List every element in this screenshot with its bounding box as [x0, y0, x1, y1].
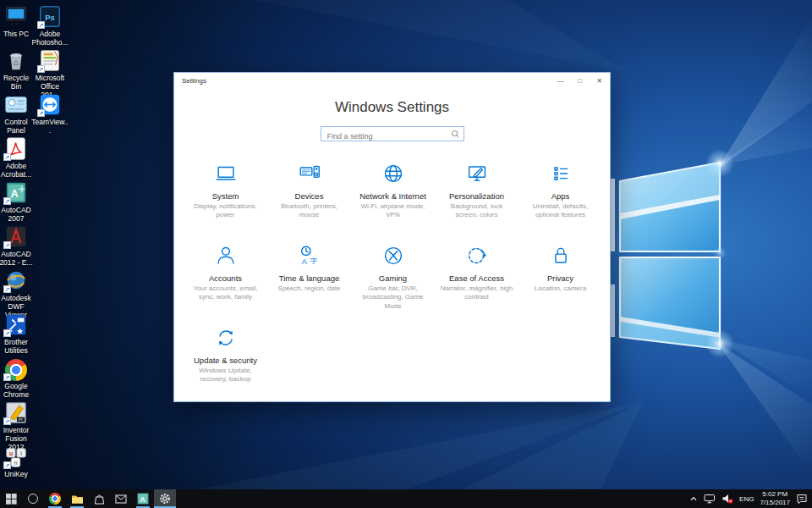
svg-text:Ps: Ps [45, 14, 54, 22]
xbox-icon [381, 238, 406, 268]
tile-ease-of-access[interactable]: Ease of Access Narrator, magnifier, high… [435, 238, 518, 320]
devices-icon [297, 156, 322, 186]
clock-time: 5:02 PM [762, 490, 787, 499]
minimize-button[interactable]: — [551, 73, 570, 89]
search-box [321, 126, 464, 141]
clock-language-icon: A字 [297, 238, 322, 268]
gear-icon [159, 493, 171, 505]
settings-tiles: System Display, notifications, power Dev… [184, 156, 602, 402]
page-title: Windows Settings [174, 99, 610, 116]
settings-window: Settings — □ ✕ Windows Settings System D… [173, 72, 611, 402]
person-icon [213, 238, 239, 268]
brother-utilities-icon [3, 313, 29, 337]
personalization-icon [464, 156, 490, 186]
tile-apps[interactable]: Apps Uninstall, defaults, optional featu… [518, 156, 602, 238]
this-pc-icon [3, 5, 29, 29]
windows-logo-icon [6, 494, 17, 505]
teamviewer-icon [37, 93, 63, 117]
apps-list-icon [548, 156, 573, 186]
shortcut-arrow-icon [3, 153, 11, 161]
tile-network-internet[interactable]: Network & Internet Wi-Fi, airplane mode,… [351, 156, 435, 238]
start-button[interactable] [0, 489, 22, 508]
taskbar-settings[interactable] [154, 489, 176, 508]
tile-update-security[interactable]: Update & security Windows Update, recove… [184, 320, 267, 402]
cortana-ring-icon [28, 494, 38, 504]
inventor-fusion-icon: FT [3, 401, 29, 425]
taskbar-autocad[interactable]: A [132, 489, 154, 508]
desktop-icon-recycle-bin[interactable]: Recycle Bin [0, 49, 35, 91]
svg-text:A: A [11, 188, 19, 200]
control-panel-icon [3, 93, 29, 117]
store-bag-icon [94, 494, 105, 505]
office-icon [37, 49, 63, 73]
desktop-icon-microsoft-office[interactable]: Microsoft Office 201... [31, 49, 69, 99]
mail-envelope-icon [115, 494, 127, 504]
tile-personalization[interactable]: Personalization Background, lock screen,… [435, 156, 518, 238]
tile-gaming[interactable]: Gaming Game bar, DVR, broadcasting, Game… [351, 238, 435, 320]
action-center-icon[interactable] [796, 494, 808, 505]
shortcut-arrow-icon [37, 21, 45, 29]
window-titlebar[interactable]: Settings — □ ✕ [174, 73, 610, 90]
taskbar-store[interactable] [88, 489, 110, 508]
autocad-icon: A [137, 493, 149, 505]
language-indicator[interactable]: ENG [739, 495, 754, 503]
desktop-icon-autocad-2012[interactable]: AutoCAD 2012 - E... [0, 225, 35, 268]
acrobat-icon [3, 137, 29, 161]
chrome-icon [49, 493, 61, 505]
folder-icon [71, 494, 84, 505]
recycle-bin-icon [3, 49, 29, 73]
lock-icon [548, 238, 573, 268]
desktop-icon-teamviewer[interactable]: TeamView... [31, 93, 69, 135]
search-input[interactable] [321, 130, 464, 143]
window-title: Settings [182, 77, 206, 85]
system-tray: ENG 5:02 PM 7/15/2017 [689, 489, 812, 508]
clock-date: 7/15/2017 [760, 499, 790, 507]
autocad-2012-icon [3, 225, 29, 249]
taskbar-file-explorer[interactable] [66, 489, 88, 508]
shortcut-arrow-icon [3, 417, 11, 425]
ease-of-access-icon [464, 238, 490, 268]
desktop-icon-unikey[interactable]: uin UniKey [0, 445, 35, 479]
desktop-icon-label: This PC [0, 30, 35, 39]
search-icon [451, 130, 460, 139]
clock[interactable]: 5:02 PM 7/15/2017 [760, 490, 790, 506]
autocad-2007-icon: A [3, 181, 29, 205]
taskbar-mail[interactable] [110, 489, 132, 508]
maximize-button[interactable]: □ [570, 73, 590, 89]
desktop-icon-control-panel[interactable]: Control Panel [0, 93, 35, 135]
laptop-icon [213, 156, 239, 186]
unikey-icon: uin [3, 445, 29, 469]
chrome-icon [3, 357, 29, 381]
photoshop-icon: Ps [37, 5, 63, 29]
desktop-icon-brother-utilities[interactable]: Brother Utilities [0, 313, 35, 356]
taskbar-chrome[interactable] [44, 489, 66, 508]
desktop: { "desktop_icons": [ {"name": "this-pc",… [0, 0, 812, 508]
tile-time-language[interactable]: A字 Time & language Speech, region, date [267, 238, 351, 320]
desktop-icon-google-chrome[interactable]: Google Chrome [0, 357, 35, 400]
svg-text:字: 字 [310, 257, 317, 265]
globe-icon [381, 156, 406, 186]
desktop-icon-adobe-acrobat[interactable]: Adobe Acrobat... [0, 137, 35, 179]
shortcut-arrow-icon [3, 329, 11, 337]
shortcut-arrow-icon [3, 197, 11, 205]
cortana-button[interactable] [22, 489, 44, 508]
desktop-icon-autocad-2007[interactable]: A AutoCAD 2007 [0, 181, 35, 224]
tile-privacy[interactable]: Privacy Location, camera [518, 238, 602, 320]
shortcut-arrow-icon [3, 285, 11, 293]
tray-chevron-up-icon[interactable] [689, 495, 698, 502]
volume-muted-icon[interactable] [721, 494, 733, 504]
tile-system[interactable]: System Display, notifications, power [184, 156, 267, 238]
dwf-viewer-icon [3, 269, 29, 293]
svg-text:A: A [140, 495, 145, 504]
tile-devices[interactable]: Devices Bluetooth, printers, mouse [267, 156, 351, 238]
desktop-icon-this-pc[interactable]: This PC [0, 5, 35, 39]
shortcut-arrow-icon [37, 65, 45, 73]
desktop-icon-inventor-fusion[interactable]: FT Inventor Fusion 2012 [0, 401, 35, 451]
desktop-icon-adobe-photoshop[interactable]: Ps Adobe Photosho... [31, 5, 69, 47]
network-icon[interactable] [704, 494, 716, 504]
desktop-icon-autodesk-dwf-viewer[interactable]: Autodesk DWF Viewer [0, 269, 35, 319]
tile-accounts[interactable]: Accounts Your accounts, email, sync, wor… [184, 238, 267, 320]
svg-text:FT: FT [19, 417, 24, 422]
close-button[interactable]: ✕ [590, 73, 609, 89]
refresh-arrows-icon [213, 320, 239, 351]
